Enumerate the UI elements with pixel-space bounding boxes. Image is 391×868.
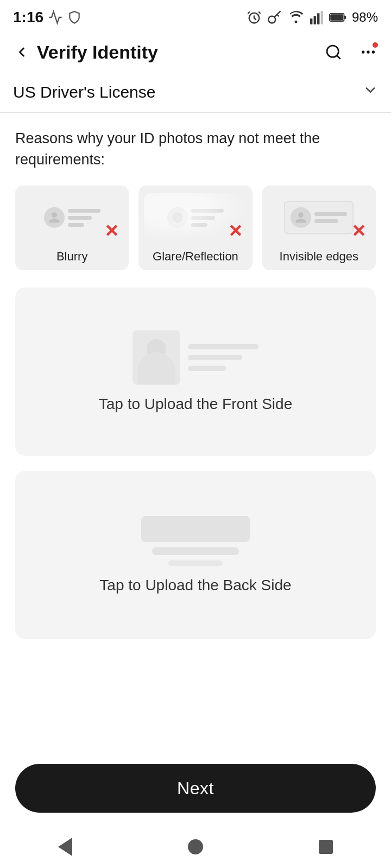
wifi-icon [288,10,304,25]
document-type-selector[interactable]: US Driver's License [0,72,391,113]
next-button[interactable]: Next [15,764,376,813]
upload-front-label: Tap to Upload the Front Side [99,395,292,413]
blurry-x-icon: ✕ [104,222,119,240]
nav-actions [321,40,380,64]
signal-icon [310,10,324,25]
glare-x-icon: ✕ [228,222,243,240]
svg-rect-5 [321,11,323,24]
upload-back-button[interactable]: Tap to Upload the Back Side [15,471,376,639]
shield-icon [67,10,81,24]
issue-cards-row: ✕ Blurry ✕ Glare/Ref [15,186,376,270]
battery-icon [329,10,346,25]
svg-rect-7 [344,16,346,18]
back-button[interactable] [9,39,35,65]
svg-line-10 [337,55,340,59]
svg-rect-3 [314,16,316,24]
main-content: Reasons why your ID photos may not meet … [0,113,391,755]
page-title: Verify Identity [37,42,321,63]
search-button[interactable] [321,40,345,64]
reasons-heading: Reasons why your ID photos may not meet … [15,128,376,170]
alarm-icon [247,10,262,25]
back-upload-icon [141,516,250,566]
issue-card-blurry: ✕ Blurry [15,186,129,270]
upload-back-label: Tap to Upload the Back Side [99,577,291,594]
recents-square-icon [319,840,333,854]
home-nav-button[interactable] [179,833,212,860]
document-type-label: US Driver's License [13,83,155,101]
invisible-edges-x-icon: ✕ [351,222,366,240]
home-circle-icon [188,839,203,854]
battery-percent: 98% [352,10,378,25]
activity-icon [48,10,63,25]
status-bar: 1:16 98% [0,0,391,33]
glare-label: Glare/Reflection [153,250,238,264]
issue-card-invisible-edges: ✕ Invisible edges [262,186,376,270]
status-time: 1:16 [13,9,43,26]
recents-nav-button[interactable] [310,833,342,860]
upload-front-button[interactable]: Tap to Upload the Front Side [15,288,376,456]
front-upload-icon [133,330,258,385]
back-nav-button[interactable] [49,833,81,860]
next-button-container: Next [0,755,391,830]
invisible-edges-label: Invisible edges [280,250,359,264]
svg-point-13 [372,50,375,53]
svg-point-12 [367,50,369,53]
key-icon [267,10,282,25]
issue-card-glare: ✕ Glare/Reflection [138,186,252,270]
back-triangle-icon [58,838,72,856]
svg-rect-4 [317,13,319,24]
blurry-label: Blurry [56,250,87,264]
top-nav: Verify Identity [0,33,391,72]
bottom-nav-bar [0,830,391,868]
svg-point-1 [268,16,275,23]
svg-rect-8 [330,14,343,21]
svg-point-11 [362,50,364,53]
notification-dot [373,42,378,48]
svg-rect-2 [310,18,312,24]
more-options-button[interactable] [356,40,380,64]
chevron-down-icon [363,82,378,101]
